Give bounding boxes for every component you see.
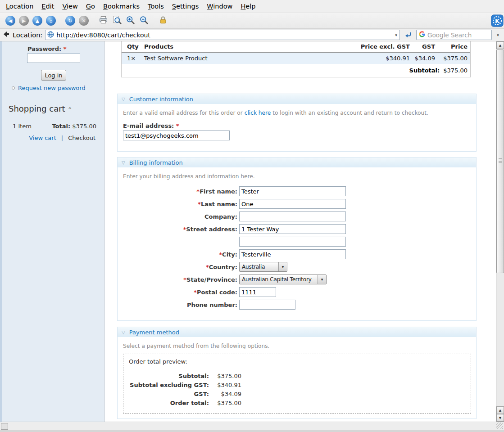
up-icon: ▲ [32, 16, 42, 26]
payment-method-fieldset: ▽ Payment method Select a payment method… [117, 327, 477, 419]
site-favicon-icon [47, 31, 54, 39]
lock-icon [159, 16, 168, 26]
collapse-triangle-icon: ▽ [122, 330, 125, 335]
go-icon [404, 31, 412, 39]
order-total-preview-title: Order total preview: [129, 358, 187, 365]
field-label: First name: [200, 188, 237, 195]
find-icon [112, 15, 122, 26]
header-gst: GST [410, 43, 435, 50]
stop-button[interactable]: ✕ [77, 14, 91, 27]
menu-window[interactable]: Window [203, 0, 236, 12]
customer-information-fieldset: ▽ Customer information Enter a valid ema… [117, 94, 477, 152]
scrollbar-thumb[interactable] [496, 50, 504, 273]
scroll-up-button-bottom[interactable]: ▲ [496, 406, 504, 414]
menu-location[interactable]: Location [2, 0, 37, 12]
security-button[interactable] [156, 14, 170, 27]
company-input[interactable] [239, 212, 346, 221]
home-button[interactable]: ⌂ [44, 14, 58, 27]
zoom-in-button[interactable] [123, 14, 137, 27]
resize-grip[interactable] [496, 423, 503, 429]
menu-view[interactable]: View [58, 0, 82, 12]
street-address-2-input[interactable] [239, 237, 346, 247]
back-icon: ◀ [5, 16, 15, 26]
table-header-row: Qty Products Price excl. GST GST Price [122, 41, 470, 53]
last-name-input[interactable] [239, 199, 346, 209]
menu-bookmarks[interactable]: Bookmarks [99, 0, 144, 12]
up-button[interactable]: ▲ [31, 14, 44, 27]
go-button[interactable] [403, 30, 413, 40]
menu-help[interactable]: Help [236, 0, 259, 12]
list-bullet-icon [12, 86, 15, 90]
print-icon [99, 15, 108, 26]
zoom-out-button[interactable] [137, 14, 150, 27]
cell-product: Test Software Product [144, 55, 347, 62]
scroll-up-button[interactable]: ▲ [496, 41, 504, 49]
shopping-cart-title[interactable]: Shopping cart⌃ [9, 104, 73, 113]
customer-information-legend[interactable]: ▽ Customer information [118, 94, 476, 104]
vertical-scrollbar[interactable]: ▲ ▲ ▼ [496, 41, 504, 422]
email-field[interactable] [123, 130, 230, 140]
street-address-input[interactable] [239, 224, 346, 234]
login-button[interactable]: Log in [41, 70, 66, 81]
request-new-password-link[interactable]: Request new password [18, 85, 86, 91]
total-line: Subtotal excluding GST: $340.91 [123, 380, 241, 389]
forward-icon: ▶ [19, 16, 29, 26]
total-line: Order total: $375.00 [123, 398, 241, 407]
field-label: Last name: [201, 201, 237, 207]
subtotal-row: Subtotal: $375.00 [122, 64, 470, 77]
clear-location-icon[interactable] [3, 31, 10, 39]
url-field[interactable]: ▾ [45, 30, 400, 40]
search-input[interactable] [427, 32, 490, 39]
billing-information-legend[interactable]: ▽ Billing information [118, 158, 476, 167]
toolbar: ◀ ▶ ▲ ⌂ ↻ ✕ [0, 13, 504, 29]
view-cart-link[interactable]: View cart [29, 135, 56, 141]
menu-edit[interactable]: Edit [37, 0, 58, 12]
status-bar [0, 422, 504, 430]
first-name-input[interactable] [239, 186, 346, 196]
scroll-down-button[interactable]: ▼ [496, 414, 504, 422]
password-label: Password: * [27, 45, 67, 52]
google-icon [419, 31, 425, 39]
find-button[interactable] [110, 14, 123, 27]
url-input[interactable] [54, 32, 393, 39]
billing-help-text: Enter your billing address and informati… [123, 173, 255, 180]
cell-qty: 1× [122, 55, 144, 62]
header-products: Products [144, 43, 347, 50]
table-row: 1× Test Software Product $340.91 $34.09 … [122, 53, 470, 64]
billing-information-fieldset: ▽ Billing information Enter your billing… [117, 157, 477, 321]
postal-code-input[interactable] [239, 287, 276, 297]
forward-button[interactable]: ▶ [17, 14, 31, 27]
menu-go[interactable]: Go [82, 0, 99, 12]
click-here-link[interactable]: click here [245, 110, 271, 116]
password-input[interactable] [27, 54, 80, 63]
search-dropdown-icon[interactable]: ▾ [495, 30, 501, 40]
form-row: *Postal code: [118, 287, 276, 297]
cart-review-table: Qty Products Price excl. GST GST Price 1… [121, 41, 471, 77]
field-label: State/Province: [186, 276, 237, 283]
print-button[interactable] [96, 14, 110, 27]
subtotal-value: $375.00 [443, 67, 468, 74]
scrollbar-grip [499, 158, 502, 165]
country-select[interactable]: Australia ▾ [239, 262, 287, 272]
url-dropdown-icon[interactable]: ▾ [393, 30, 400, 40]
phone-number-input[interactable] [239, 300, 295, 310]
kde-logo-icon: K [491, 14, 504, 28]
menu-tools[interactable]: Tools [144, 0, 168, 12]
form-row: *Country: Australia ▾ [118, 261, 287, 272]
city-input[interactable] [239, 249, 346, 259]
zoom-out-icon [139, 15, 149, 26]
back-button[interactable]: ◀ [4, 14, 17, 27]
payment-method-legend[interactable]: ▽ Payment method [118, 327, 476, 337]
cart-total: Total: $375.00 [52, 123, 96, 130]
form-row: *State/Province: Australian Capital Terr… [118, 274, 327, 285]
reload-button[interactable]: ↻ [64, 14, 77, 27]
search-field[interactable] [416, 30, 492, 40]
state-province-select[interactable]: Australian Capital Territory ▾ [239, 274, 327, 284]
chevron-down-icon: ▾ [318, 275, 326, 284]
form-row: *City: [118, 249, 346, 260]
checkout-link[interactable]: Checkout [68, 135, 95, 141]
required-marker: * [176, 122, 179, 129]
status-indicator-box [1, 423, 8, 430]
menu-settings[interactable]: Settings [168, 0, 203, 12]
field-label: Country: [209, 264, 237, 270]
